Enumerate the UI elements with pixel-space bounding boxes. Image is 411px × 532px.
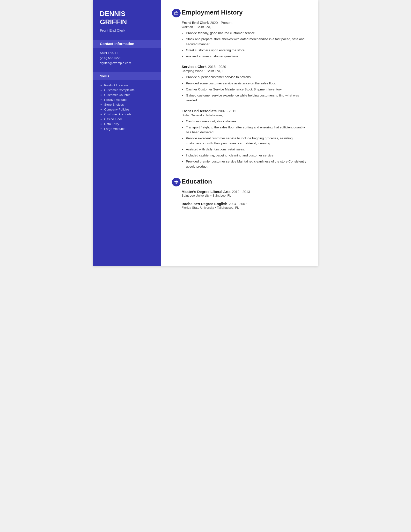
job-location: Camping World•Saint Leo, FL — [182, 69, 308, 73]
job-entry: Services Clerk2013 - 2020Camping World•S… — [182, 65, 308, 103]
sidebar: DENNIS GRIFFIN Front End Clerk Contact I… — [93, 0, 161, 266]
job-header: Services Clerk2013 - 2020 — [182, 65, 308, 69]
bullet-item: Provided premier customer service Mainta… — [186, 159, 308, 169]
contact-location: Saint Leo, FL — [100, 51, 154, 55]
bullet-item: Transport freight to the sales floor aft… — [186, 125, 308, 135]
skill-item: Customer Complaints — [104, 88, 154, 92]
briefcase-icon — [174, 11, 178, 15]
candidate-title: Front End Clerk — [100, 28, 154, 32]
job-header: Front End Clerk2020 - Present — [182, 20, 308, 25]
bullet-item: Ask and answer customer questions. — [186, 54, 308, 59]
bullet-item: Provided some customer service assistanc… — [186, 81, 308, 86]
bullet-item: Gained customer service experience while… — [186, 93, 308, 103]
education-section-title: Education — [182, 178, 308, 185]
employment-section-title: Employment History — [182, 9, 308, 16]
bullet-item: Cashier Customer Service Maintenance Sto… — [186, 87, 308, 92]
edu-location: Saint Leo University • Saint Leo, FL — [182, 194, 308, 197]
skill-item: Company Policies — [104, 108, 154, 111]
edu-degree: Master's Degree Liberal Arts2012 - 2013 — [182, 190, 308, 194]
job-location: Dollar General•Tallahassee, FL — [182, 114, 308, 117]
job-bullets: Cash customers out, stock shelvesTranspo… — [182, 119, 308, 169]
bullet-item: Stock and prepare store shelves with dat… — [186, 37, 308, 47]
bullet-item: Included cashiering, bagging, cleaning a… — [186, 153, 308, 158]
timeline-line — [176, 19, 176, 169]
skill-item: Positive Attitude — [104, 98, 154, 102]
edu-entry: Master's Degree Liberal Arts2012 - 2013S… — [182, 190, 308, 197]
skill-item: Customer Accounts — [104, 113, 154, 116]
skills-section: Product LocationCustomer ComplaintsCusto… — [100, 83, 154, 131]
bullet-item: Provide excellent customer service to in… — [186, 136, 308, 146]
contact-email: dgriffin@example.com — [100, 61, 154, 65]
job-entry: Front End Clerk2020 - PresentWalmart•Sai… — [182, 20, 308, 59]
skill-item: Data Entry — [104, 122, 154, 126]
edu-location: Florida State University • Tallahassee, … — [182, 206, 308, 209]
edu-degree: Bachelor's Degree English2004 - 2007 — [182, 202, 308, 206]
employment-section: Employment History Front End Clerk2020 -… — [173, 9, 308, 169]
graduation-icon — [174, 180, 178, 184]
resume-container: DENNIS GRIFFIN Front End Clerk Contact I… — [93, 0, 318, 266]
skill-item: Store Shelves — [104, 103, 154, 106]
jobs-container: Front End Clerk2020 - PresentWalmart•Sai… — [182, 20, 308, 169]
bullet-item: Cash customers out, stock shelves — [186, 119, 308, 124]
edu-timeline-line — [176, 188, 176, 209]
skill-item: Casino Floor — [104, 117, 154, 121]
job-bullets: Provide friendly, good natured customer … — [182, 31, 308, 59]
skills-section-header: Skills — [93, 72, 161, 80]
main-content: Employment History Front End Clerk2020 -… — [161, 0, 318, 266]
edu-container: Master's Degree Liberal Arts2012 - 2013S… — [182, 190, 308, 209]
skills-list: Product LocationCustomer ComplaintsCusto… — [100, 83, 154, 131]
job-location: Walmart•Saint Leo, FL — [182, 25, 308, 29]
contact-info: Saint Leo, FL (290) 555-5223 dgriffin@ex… — [100, 51, 154, 65]
bullet-item: Provide friendly, good natured customer … — [186, 31, 308, 36]
bullet-item: Assisted with daily functions, retail sa… — [186, 147, 308, 152]
education-section: Education Master's Degree Liberal Arts20… — [173, 178, 308, 209]
skill-item: Customer Counter — [104, 93, 154, 97]
education-icon-circle — [172, 178, 181, 186]
contact-section-header: Contact Information — [93, 40, 161, 48]
job-entry: Front End Associate2007 - 2012Dollar Gen… — [182, 109, 308, 169]
edu-entry: Bachelor's Degree English2004 - 2007Flor… — [182, 202, 308, 209]
job-bullets: Provide superior customer service to pat… — [182, 75, 308, 103]
candidate-name: DENNIS GRIFFIN — [100, 10, 154, 26]
contact-phone: (290) 555-5223 — [100, 56, 154, 60]
skill-item: Product Location — [104, 83, 154, 87]
job-header: Front End Associate2007 - 2012 — [182, 109, 308, 113]
bullet-item: Provide superior customer service to pat… — [186, 75, 308, 80]
skill-item: Large Amounts — [104, 127, 154, 131]
employment-icon-circle — [172, 9, 181, 17]
bullet-item: Greet customers upon entering the store. — [186, 48, 308, 53]
